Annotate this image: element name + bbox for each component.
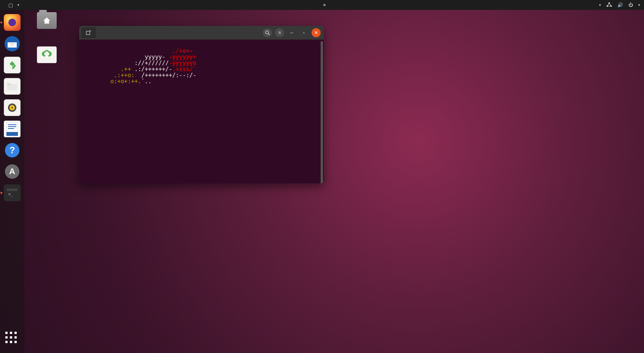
dock: ? A >_ xyxy=(0,10,24,353)
input-language[interactable]: ▾ xyxy=(597,3,601,7)
notification-dot-icon xyxy=(323,4,326,6)
new-tab-button[interactable] xyxy=(81,27,96,38)
dock-trash-small[interactable] xyxy=(3,56,22,75)
close-button[interactable]: ✕ xyxy=(312,28,321,37)
gnome-topbar: ▢ ▾ ▾ 🔊 ⏻ ▾ xyxy=(0,0,644,10)
svg-rect-19 xyxy=(7,189,17,191)
svg-point-8 xyxy=(11,107,13,108)
dock-help[interactable]: ? xyxy=(3,141,22,160)
minimize-button[interactable]: ─ xyxy=(287,28,296,37)
svg-text:?: ? xyxy=(10,145,15,155)
chevron-down-icon: ▾ xyxy=(17,3,19,7)
svg-rect-11 xyxy=(8,126,16,127)
svg-rect-12 xyxy=(8,128,14,129)
folder-icon xyxy=(37,12,57,29)
dock-updates[interactable]: A xyxy=(3,162,22,181)
desktop-trash[interactable] xyxy=(33,46,61,65)
dock-terminal[interactable]: >_ xyxy=(3,183,22,202)
trash-icon xyxy=(37,46,57,63)
app-menu[interactable]: ▢ ▾ xyxy=(8,2,19,8)
svg-point-22 xyxy=(266,31,269,34)
dock-files[interactable] xyxy=(3,77,22,96)
chevron-down-icon: ▾ xyxy=(638,3,640,7)
search-button[interactable] xyxy=(263,28,272,37)
dock-thunderbird[interactable] xyxy=(3,34,22,53)
volume-icon[interactable]: 🔊 xyxy=(617,2,623,8)
clock[interactable] xyxy=(319,4,326,6)
menu-button[interactable]: ≡ xyxy=(275,28,284,37)
dock-writer[interactable] xyxy=(3,119,22,138)
chevron-down-icon: ▾ xyxy=(599,3,601,7)
svg-rect-10 xyxy=(8,124,16,125)
network-icon[interactable] xyxy=(606,2,612,8)
power-icon[interactable]: ⏻ xyxy=(628,2,633,8)
terminal-scrollbar[interactable] xyxy=(321,41,323,183)
maximize-button[interactable]: ▫ xyxy=(299,28,308,37)
dock-firefox[interactable] xyxy=(3,13,22,32)
dock-rhythmbox[interactable] xyxy=(3,98,22,117)
terminal-window: ≡ ─ ▫ ✕ ./+o+- yyyyy- -yyyyyy+ ://+/////… xyxy=(79,26,324,183)
desktop-home-folder[interactable] xyxy=(33,12,61,30)
terminal-content[interactable]: ./+o+- yyyyy- -yyyyyy+ ://+//////-yyyyyy… xyxy=(79,40,324,183)
svg-point-3 xyxy=(8,19,16,26)
terminal-titlebar[interactable]: ≡ ─ ▫ ✕ xyxy=(79,26,324,40)
svg-rect-21 xyxy=(86,31,90,35)
svg-text:>_: >_ xyxy=(8,192,13,197)
show-applications-button[interactable] xyxy=(5,332,19,345)
svg-rect-13 xyxy=(6,132,18,136)
svg-rect-5 xyxy=(7,85,17,90)
terminal-icon: ▢ xyxy=(8,2,13,8)
svg-text:A: A xyxy=(9,167,15,176)
